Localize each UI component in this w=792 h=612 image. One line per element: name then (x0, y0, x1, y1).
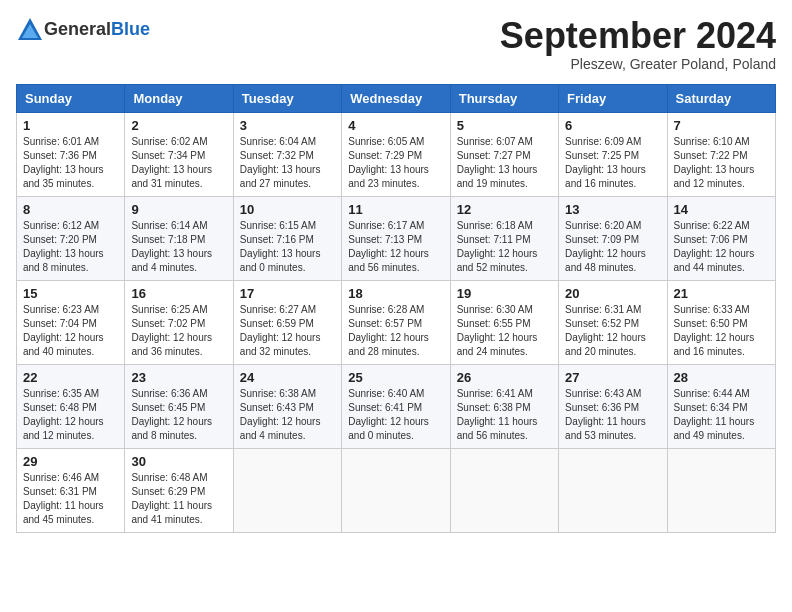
day-info: Sunrise: 6:46 AMSunset: 6:31 PMDaylight:… (23, 471, 118, 527)
logo-general-text: General (44, 19, 111, 39)
day-number: 4 (348, 118, 443, 133)
calendar-cell: 6Sunrise: 6:09 AMSunset: 7:25 PMDaylight… (559, 112, 667, 196)
day-info: Sunrise: 6:38 AMSunset: 6:43 PMDaylight:… (240, 387, 335, 443)
day-number: 22 (23, 370, 118, 385)
day-info: Sunrise: 6:31 AMSunset: 6:52 PMDaylight:… (565, 303, 660, 359)
calendar-cell: 26Sunrise: 6:41 AMSunset: 6:38 PMDayligh… (450, 364, 558, 448)
day-number: 1 (23, 118, 118, 133)
calendar-cell: 3Sunrise: 6:04 AMSunset: 7:32 PMDaylight… (233, 112, 341, 196)
calendar-cell: 21Sunrise: 6:33 AMSunset: 6:50 PMDayligh… (667, 280, 775, 364)
calendar-cell: 12Sunrise: 6:18 AMSunset: 7:11 PMDayligh… (450, 196, 558, 280)
weekday-header-friday: Friday (559, 84, 667, 112)
calendar-cell: 1Sunrise: 6:01 AMSunset: 7:36 PMDaylight… (17, 112, 125, 196)
day-number: 15 (23, 286, 118, 301)
day-number: 7 (674, 118, 769, 133)
calendar-week-3: 15Sunrise: 6:23 AMSunset: 7:04 PMDayligh… (17, 280, 776, 364)
calendar-cell: 8Sunrise: 6:12 AMSunset: 7:20 PMDaylight… (17, 196, 125, 280)
day-number: 24 (240, 370, 335, 385)
day-info: Sunrise: 6:25 AMSunset: 7:02 PMDaylight:… (131, 303, 226, 359)
day-number: 2 (131, 118, 226, 133)
calendar-cell: 14Sunrise: 6:22 AMSunset: 7:06 PMDayligh… (667, 196, 775, 280)
day-info: Sunrise: 6:36 AMSunset: 6:45 PMDaylight:… (131, 387, 226, 443)
logo: GeneralBlue (16, 16, 150, 44)
day-info: Sunrise: 6:22 AMSunset: 7:06 PMDaylight:… (674, 219, 769, 275)
logo-icon (16, 16, 44, 44)
calendar-cell: 18Sunrise: 6:28 AMSunset: 6:57 PMDayligh… (342, 280, 450, 364)
day-number: 14 (674, 202, 769, 217)
day-info: Sunrise: 6:07 AMSunset: 7:27 PMDaylight:… (457, 135, 552, 191)
calendar-cell: 2Sunrise: 6:02 AMSunset: 7:34 PMDaylight… (125, 112, 233, 196)
day-info: Sunrise: 6:27 AMSunset: 6:59 PMDaylight:… (240, 303, 335, 359)
calendar-week-4: 22Sunrise: 6:35 AMSunset: 6:48 PMDayligh… (17, 364, 776, 448)
day-number: 10 (240, 202, 335, 217)
day-info: Sunrise: 6:02 AMSunset: 7:34 PMDaylight:… (131, 135, 226, 191)
calendar-cell (667, 448, 775, 532)
calendar-cell: 22Sunrise: 6:35 AMSunset: 6:48 PMDayligh… (17, 364, 125, 448)
logo-blue-text: Blue (111, 19, 150, 39)
day-number: 11 (348, 202, 443, 217)
weekday-header-wednesday: Wednesday (342, 84, 450, 112)
calendar-cell (559, 448, 667, 532)
day-number: 16 (131, 286, 226, 301)
calendar-cell: 24Sunrise: 6:38 AMSunset: 6:43 PMDayligh… (233, 364, 341, 448)
day-number: 19 (457, 286, 552, 301)
calendar-cell: 27Sunrise: 6:43 AMSunset: 6:36 PMDayligh… (559, 364, 667, 448)
day-number: 13 (565, 202, 660, 217)
calendar-cell: 25Sunrise: 6:40 AMSunset: 6:41 PMDayligh… (342, 364, 450, 448)
calendar-cell: 23Sunrise: 6:36 AMSunset: 6:45 PMDayligh… (125, 364, 233, 448)
calendar-cell: 15Sunrise: 6:23 AMSunset: 7:04 PMDayligh… (17, 280, 125, 364)
weekday-header-saturday: Saturday (667, 84, 775, 112)
day-info: Sunrise: 6:44 AMSunset: 6:34 PMDaylight:… (674, 387, 769, 443)
weekday-header-thursday: Thursday (450, 84, 558, 112)
day-info: Sunrise: 6:35 AMSunset: 6:48 PMDaylight:… (23, 387, 118, 443)
calendar-cell: 9Sunrise: 6:14 AMSunset: 7:18 PMDaylight… (125, 196, 233, 280)
day-info: Sunrise: 6:40 AMSunset: 6:41 PMDaylight:… (348, 387, 443, 443)
day-info: Sunrise: 6:04 AMSunset: 7:32 PMDaylight:… (240, 135, 335, 191)
day-info: Sunrise: 6:30 AMSunset: 6:55 PMDaylight:… (457, 303, 552, 359)
day-number: 21 (674, 286, 769, 301)
day-info: Sunrise: 6:05 AMSunset: 7:29 PMDaylight:… (348, 135, 443, 191)
day-number: 5 (457, 118, 552, 133)
day-info: Sunrise: 6:12 AMSunset: 7:20 PMDaylight:… (23, 219, 118, 275)
calendar-cell: 30Sunrise: 6:48 AMSunset: 6:29 PMDayligh… (125, 448, 233, 532)
day-info: Sunrise: 6:48 AMSunset: 6:29 PMDaylight:… (131, 471, 226, 527)
day-info: Sunrise: 6:28 AMSunset: 6:57 PMDaylight:… (348, 303, 443, 359)
day-number: 26 (457, 370, 552, 385)
subtitle: Pleszew, Greater Poland, Poland (500, 56, 776, 72)
main-title: September 2024 (500, 16, 776, 56)
day-number: 30 (131, 454, 226, 469)
calendar-cell: 13Sunrise: 6:20 AMSunset: 7:09 PMDayligh… (559, 196, 667, 280)
day-number: 28 (674, 370, 769, 385)
day-number: 23 (131, 370, 226, 385)
day-info: Sunrise: 6:41 AMSunset: 6:38 PMDaylight:… (457, 387, 552, 443)
calendar-cell: 10Sunrise: 6:15 AMSunset: 7:16 PMDayligh… (233, 196, 341, 280)
day-info: Sunrise: 6:10 AMSunset: 7:22 PMDaylight:… (674, 135, 769, 191)
day-number: 6 (565, 118, 660, 133)
day-number: 29 (23, 454, 118, 469)
calendar-cell (342, 448, 450, 532)
day-info: Sunrise: 6:14 AMSunset: 7:18 PMDaylight:… (131, 219, 226, 275)
day-number: 9 (131, 202, 226, 217)
weekday-header-monday: Monday (125, 84, 233, 112)
calendar-cell: 28Sunrise: 6:44 AMSunset: 6:34 PMDayligh… (667, 364, 775, 448)
calendar-week-2: 8Sunrise: 6:12 AMSunset: 7:20 PMDaylight… (17, 196, 776, 280)
day-info: Sunrise: 6:17 AMSunset: 7:13 PMDaylight:… (348, 219, 443, 275)
day-info: Sunrise: 6:15 AMSunset: 7:16 PMDaylight:… (240, 219, 335, 275)
title-block: September 2024 Pleszew, Greater Poland, … (500, 16, 776, 72)
day-info: Sunrise: 6:23 AMSunset: 7:04 PMDaylight:… (23, 303, 118, 359)
day-number: 12 (457, 202, 552, 217)
day-info: Sunrise: 6:09 AMSunset: 7:25 PMDaylight:… (565, 135, 660, 191)
day-info: Sunrise: 6:01 AMSunset: 7:36 PMDaylight:… (23, 135, 118, 191)
calendar-cell: 11Sunrise: 6:17 AMSunset: 7:13 PMDayligh… (342, 196, 450, 280)
calendar-table: SundayMondayTuesdayWednesdayThursdayFrid… (16, 84, 776, 533)
page-header: GeneralBlue September 2024 Pleszew, Grea… (16, 16, 776, 72)
calendar-cell: 19Sunrise: 6:30 AMSunset: 6:55 PMDayligh… (450, 280, 558, 364)
calendar-week-1: 1Sunrise: 6:01 AMSunset: 7:36 PMDaylight… (17, 112, 776, 196)
day-number: 27 (565, 370, 660, 385)
day-number: 3 (240, 118, 335, 133)
calendar-cell (450, 448, 558, 532)
weekday-header-tuesday: Tuesday (233, 84, 341, 112)
day-number: 17 (240, 286, 335, 301)
day-info: Sunrise: 6:43 AMSunset: 6:36 PMDaylight:… (565, 387, 660, 443)
day-number: 18 (348, 286, 443, 301)
